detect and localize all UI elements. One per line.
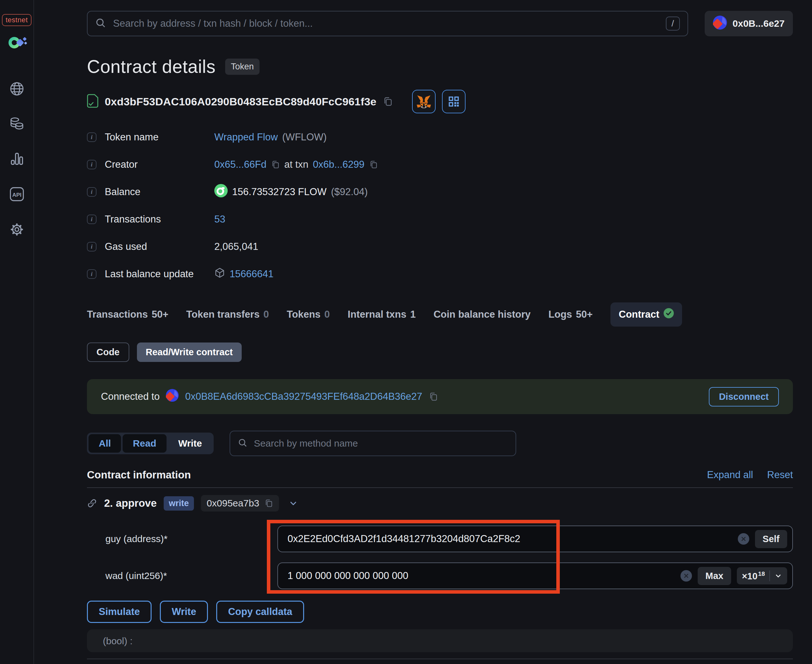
info-icon[interactable]: i	[87, 215, 96, 224]
copy-txn-icon[interactable]	[369, 160, 378, 169]
method-write-badge: write	[164, 496, 194, 511]
max-button[interactable]: Max	[698, 567, 731, 585]
info-icon[interactable]: i	[87, 187, 96, 197]
search-icon	[238, 438, 248, 449]
collapse-chevron-icon[interactable]	[289, 498, 298, 508]
qr-code-button[interactable]	[442, 90, 466, 113]
gas-used-value: 2,065,041	[214, 241, 258, 252]
separator	[769, 570, 770, 581]
info-row-transactions: i Transactions 53	[87, 212, 793, 227]
tab-contract[interactable]: Contract	[610, 303, 682, 327]
method-search-input[interactable]	[253, 438, 508, 449]
tab-token-transfers[interactable]: Token transfers0	[186, 309, 269, 320]
tab-transactions[interactable]: Transactions50+	[87, 309, 168, 320]
method-filter-row: All Read Write	[87, 431, 793, 456]
info-icon[interactable]: i	[87, 132, 96, 142]
multiplier-dropdown[interactable]: ×1018	[737, 567, 787, 585]
wad-amount-input[interactable]	[287, 570, 675, 582]
app-logo[interactable]	[7, 36, 27, 51]
tab-internal-txns[interactable]: Internal txns1	[348, 309, 416, 320]
contract-subtabs: Code Read/Write contract	[87, 342, 793, 362]
sidebar: testnet	[0, 0, 34, 664]
creation-txn-link[interactable]: 0x6b...6299	[313, 159, 365, 170]
method-type-segmented-control: All Read Write	[87, 433, 214, 454]
self-button[interactable]: Self	[755, 530, 787, 548]
param-label-wad: wad (uint256)*	[105, 570, 277, 581]
connected-avatar	[166, 389, 179, 404]
expand-all-link[interactable]: Expand all	[707, 469, 753, 481]
connected-wallet-banner: Connected to 0x0B8EA6d6983cCBa39275493FE…	[87, 379, 793, 414]
method-params: guy (address)* Self wad (uint256)*	[87, 526, 793, 589]
param-input-wad[interactable]: Max ×1018	[277, 563, 793, 589]
wallet-account-chip[interactable]: 0x0B...6e27	[705, 11, 793, 36]
output-type-label: (bool) :	[103, 636, 132, 646]
verified-check-icon	[664, 308, 674, 321]
contract-address-row: 0xd3bF53DAC106A0290B0483EcBC89d40FcC961f…	[87, 90, 793, 113]
global-search[interactable]: /	[87, 11, 688, 36]
copy-creator-icon[interactable]	[271, 160, 280, 169]
tab-tokens[interactable]: Tokens0	[287, 309, 329, 320]
tab-logs[interactable]: Logs50+	[548, 309, 593, 320]
read-write-contract-tab-button[interactable]: Read/Write contract	[137, 342, 242, 362]
copy-address-icon[interactable]	[383, 96, 393, 107]
copy-selector-icon[interactable]	[264, 499, 273, 508]
method-output-box: (bool) :	[87, 629, 793, 652]
method-selector-chip: 0x095ea7b3	[201, 495, 279, 511]
method-name: 2. approve	[104, 497, 157, 509]
clear-wad-icon[interactable]	[680, 570, 692, 581]
connected-label: Connected to	[101, 391, 160, 402]
filter-all[interactable]: All	[88, 434, 121, 452]
verified-contract-icon	[87, 94, 98, 109]
contract-information-header: Contract information Expand all Reset	[87, 469, 793, 481]
filter-read[interactable]: Read	[122, 434, 166, 452]
wallet-address-short: 0x0B...6e27	[733, 18, 784, 29]
guy-address-input[interactable]	[287, 533, 732, 545]
info-icon[interactable]: i	[87, 242, 96, 251]
reset-link[interactable]: Reset	[767, 469, 793, 481]
info-row-gas-used: i Gas used 2,065,041	[87, 239, 793, 254]
sidebar-nav: API	[9, 81, 24, 237]
info-row-balance: i Balance 156.73532723 FLOW ($92.04)	[87, 185, 793, 199]
contract-type-badge: Token	[225, 59, 259, 75]
filter-write[interactable]: Write	[168, 434, 212, 452]
write-button[interactable]: Write	[160, 601, 208, 623]
info-icon[interactable]: i	[87, 160, 96, 169]
method-search[interactable]	[230, 431, 516, 456]
link-chain-icon[interactable]	[87, 498, 97, 508]
tab-bar: Transactions50+ Token transfers0 Tokens0…	[87, 303, 793, 327]
tokens-icon[interactable]	[9, 117, 24, 131]
disconnect-button[interactable]: Disconnect	[709, 387, 779, 407]
last-block-link[interactable]: 15666641	[230, 269, 274, 280]
creator-address-link[interactable]: 0x65...66Fd	[214, 159, 267, 170]
divider	[87, 659, 793, 659]
network-badge: testnet	[2, 14, 32, 26]
param-input-guy[interactable]: Self	[277, 526, 793, 552]
copy-calldata-button[interactable]: Copy calldata	[216, 601, 304, 623]
blockchain-globe-icon[interactable]	[10, 81, 24, 96]
settings-gear-icon[interactable]	[10, 222, 24, 237]
chevron-down-icon[interactable]	[774, 572, 782, 579]
connected-address-link[interactable]: 0x0B8EA6d6983cCBa39275493FEf648a2D64B36e…	[185, 391, 422, 402]
param-row-wad: wad (uint256)* Max ×1018	[87, 563, 793, 589]
clear-guy-icon[interactable]	[738, 533, 749, 545]
divider	[87, 487, 793, 488]
balance-usd: ($92.04)	[331, 186, 367, 198]
flow-coin-icon	[214, 184, 228, 200]
info-icon[interactable]: i	[87, 269, 96, 279]
page-title: Contract details	[87, 56, 215, 77]
svg-text:API: API	[12, 192, 21, 198]
method-approve-header[interactable]: 2. approve write 0x095ea7b3	[87, 495, 793, 511]
add-to-metamask-button[interactable]	[412, 90, 435, 113]
info-row-last-balance-update: i Last balance update 15666641	[87, 267, 793, 282]
transactions-count-link[interactable]: 53	[214, 213, 225, 225]
tab-coin-balance-history[interactable]: Coin balance history	[434, 309, 530, 320]
simulate-button[interactable]: Simulate	[87, 601, 152, 623]
copy-connected-address-icon[interactable]	[429, 392, 438, 401]
global-search-input[interactable]	[113, 18, 659, 29]
token-name-link[interactable]: Wrapped Flow	[214, 132, 278, 143]
section-title: Contract information	[87, 469, 191, 481]
code-tab-button[interactable]: Code	[87, 342, 129, 362]
page-header: Contract details Token	[87, 56, 793, 77]
api-icon[interactable]: API	[9, 187, 24, 202]
stats-icon[interactable]	[10, 151, 24, 166]
